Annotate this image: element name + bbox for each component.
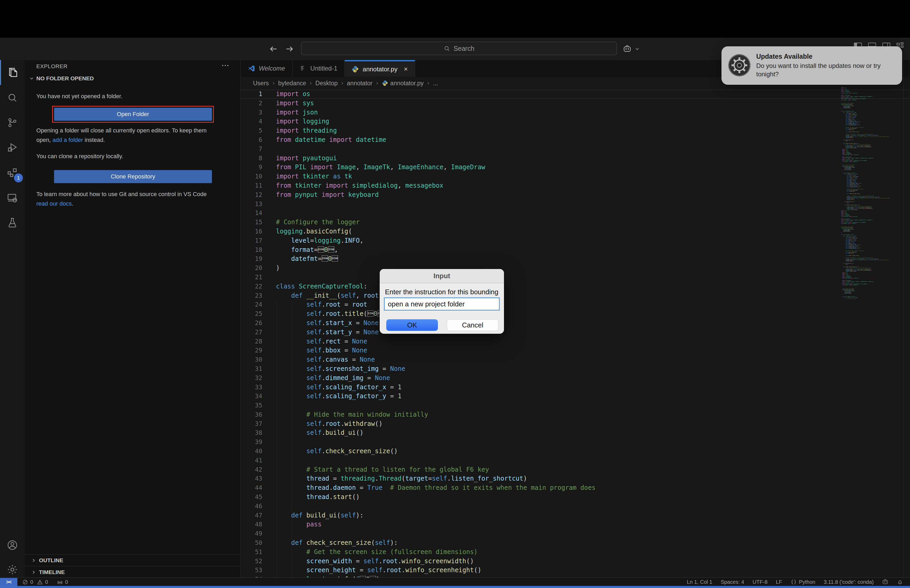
back-arrow-icon[interactable] bbox=[269, 44, 278, 53]
code-line-13[interactable]: 13 bbox=[241, 200, 910, 209]
section-no-folder-opened[interactable]: NO FOLDER OPENED bbox=[29, 75, 94, 82]
forward-arrow-icon[interactable] bbox=[285, 44, 294, 53]
code-line-24[interactable]: 24 self.root = root bbox=[241, 300, 910, 309]
code-line-9[interactable]: 9from PIL import Image, ImageTk, ImageEn… bbox=[241, 163, 910, 172]
code-line-20[interactable]: 20) bbox=[241, 263, 910, 273]
code-line-51[interactable]: 51 # Get the screen size (fullscreen dim… bbox=[241, 548, 910, 557]
activity-run-debug[interactable] bbox=[0, 135, 25, 160]
code-line-15[interactable]: 15# Configure the logger bbox=[241, 218, 910, 227]
views-more-actions-icon[interactable]: ⋯ bbox=[221, 61, 230, 70]
code-line-28[interactable]: 28 self.rect = None bbox=[241, 337, 910, 346]
code-line-19[interactable]: 19 datefmt=0 bbox=[241, 254, 910, 263]
forwarded-ports-status[interactable]: 0 bbox=[57, 579, 68, 585]
code-line-44[interactable]: 44 thread.daemon = True # Daemon thread … bbox=[241, 483, 910, 493]
code-line-26[interactable]: 26 self.start_x = None bbox=[241, 318, 910, 328]
code-line-41[interactable]: 41 bbox=[241, 456, 910, 465]
outline-section-header[interactable]: OUTLINE bbox=[25, 554, 241, 566]
code-line-30[interactable]: 30 self.canvas = None bbox=[241, 355, 910, 364]
code-line-23[interactable]: 23 def __init__(self, root bbox=[241, 291, 910, 300]
status-encoding[interactable]: UTF-8 bbox=[753, 579, 768, 585]
ok-button[interactable]: OK bbox=[386, 319, 438, 331]
code-line-34[interactable]: 34 self.scaling_factor_y = 1 bbox=[241, 392, 910, 401]
command-center-search[interactable]: Search bbox=[301, 42, 617, 55]
tab-annotator-py[interactable]: annotator.py× bbox=[345, 60, 415, 77]
code-line-53[interactable]: 53 screen_height = self.root.winfo_scree… bbox=[241, 565, 910, 575]
tab-welcome[interactable]: Welcome bbox=[241, 60, 293, 77]
code-line-31[interactable]: 31 self.screenshot_img = None bbox=[241, 364, 910, 373]
activity-extensions[interactable]: 1 bbox=[0, 160, 25, 185]
open-folder-button[interactable]: Open Folder bbox=[54, 108, 212, 121]
code-line-3[interactable]: 3import json bbox=[241, 108, 910, 117]
code-line-2[interactable]: 2import sys bbox=[241, 99, 910, 108]
code-line-16[interactable]: 16logging.basicConfig( bbox=[241, 227, 910, 236]
code-line-21[interactable]: 21 bbox=[241, 273, 910, 282]
status-language-mode[interactable]: Python bbox=[790, 579, 815, 585]
breadcrumb-item[interactable]: annotator bbox=[347, 80, 373, 87]
code-line-12[interactable]: 12from pynput import keyboard bbox=[241, 190, 910, 200]
status-python-interpreter[interactable]: 3.11.8 ('code': conda) bbox=[824, 579, 874, 585]
code-line-18[interactable]: 18 format=0, bbox=[241, 245, 910, 255]
breadcrumb-item[interactable]: bytedance bbox=[278, 80, 306, 87]
close-tab-icon[interactable]: × bbox=[404, 65, 407, 73]
copilot-menu[interactable] bbox=[623, 38, 640, 60]
activity-remote-explorer[interactable] bbox=[0, 185, 25, 210]
remote-indicator[interactable]: >< bbox=[0, 578, 18, 586]
code-line-49[interactable]: 49 bbox=[241, 529, 910, 538]
read-our-docs-link[interactable]: read our docs bbox=[36, 200, 72, 207]
code-line-45[interactable]: 45 thread.start() bbox=[241, 493, 910, 502]
code-line-25[interactable]: 25 self.root.title(0 bbox=[241, 309, 910, 318]
instruction-input[interactable] bbox=[384, 297, 500, 310]
code-line-5[interactable]: 5import threading bbox=[241, 126, 910, 135]
code-line-33[interactable]: 33 self.scaling_factor_x = 1 bbox=[241, 383, 910, 392]
code-line-32[interactable]: 32 self.dimmed_img = None bbox=[241, 373, 910, 383]
activity-source-control[interactable] bbox=[0, 110, 25, 135]
code-line-37[interactable]: 37 self.root.withdraw() bbox=[241, 419, 910, 428]
activity-search[interactable] bbox=[0, 85, 25, 110]
code-line-36[interactable]: 36 # Hide the main window initially bbox=[241, 410, 910, 419]
status-indentation[interactable]: Spaces: 4 bbox=[721, 579, 744, 585]
status-copilot-status[interactable] bbox=[882, 579, 888, 585]
breadcrumb-item[interactable]: ... bbox=[433, 80, 438, 87]
timeline-section-header[interactable]: TIMELINE bbox=[25, 566, 241, 578]
status-notifications-bell[interactable] bbox=[897, 579, 903, 585]
breadcrumb-item[interactable]: Users bbox=[253, 80, 269, 87]
code-line-50[interactable]: 50 def check_screen_size(self): bbox=[241, 538, 910, 548]
code-line-48[interactable]: 48 pass bbox=[241, 520, 910, 529]
problems-status[interactable]: 00 bbox=[22, 579, 48, 585]
code-line-47[interactable]: 47 def build_ui(self): bbox=[241, 511, 910, 520]
cancel-button[interactable]: Cancel bbox=[447, 319, 498, 331]
code-line-43[interactable]: 43 thread = threading.Thread(target=self… bbox=[241, 474, 910, 483]
code-line-10[interactable]: 10import tkinter as tk bbox=[241, 172, 910, 181]
code-line-6[interactable]: 6from datetime import datetime bbox=[241, 135, 910, 144]
code-line-8[interactable]: 8import pyautogui bbox=[241, 154, 910, 163]
code-line-17[interactable]: 17 level=logging.INFO, bbox=[241, 236, 910, 245]
code-line-39[interactable]: 39 bbox=[241, 438, 910, 447]
code-line-40[interactable]: 40 self.check_screen_size() bbox=[241, 447, 910, 456]
status-cursor-position[interactable]: Ln 1, Col 1 bbox=[687, 579, 712, 585]
code-line-52[interactable]: 52 screen_width = self.root.winfo_screen… bbox=[241, 557, 910, 566]
code-line-22[interactable]: 22class ScreenCaptureTool: bbox=[241, 282, 910, 291]
status-eol[interactable]: LF bbox=[776, 579, 782, 585]
code-line-11[interactable]: 11from tkinter import simpledialog, mess… bbox=[241, 181, 910, 190]
code-line-14[interactable]: 14 bbox=[241, 208, 910, 218]
code-line-1[interactable]: 1import os bbox=[241, 89, 910, 99]
code-line-46[interactable]: 46 bbox=[241, 502, 910, 511]
updates-notification[interactable]: Updates Available Do you want to install… bbox=[721, 46, 902, 85]
breadcrumb-item[interactable]: Desktop bbox=[315, 80, 338, 87]
clone-repository-button[interactable]: Clone Repository bbox=[54, 170, 212, 183]
code-line-4[interactable]: 4import logging bbox=[241, 117, 910, 126]
minimap[interactable]: import osimport sysimport jsonimport log… bbox=[840, 87, 904, 299]
code-line-38[interactable]: 38 self.build_ui() bbox=[241, 428, 910, 438]
code-line-27[interactable]: 27 self.start_y = None bbox=[241, 328, 910, 337]
add-a-folder-link[interactable]: add a folder bbox=[52, 137, 83, 143]
code-editor[interactable]: 1import os2import sys3import json4import… bbox=[241, 89, 910, 578]
activity-explorer[interactable] bbox=[0, 60, 26, 85]
code-line-42[interactable]: 42 # Start a thread to listen for the gl… bbox=[241, 465, 910, 474]
breadcrumb-item[interactable]: annotator.py bbox=[382, 80, 423, 87]
code-line-35[interactable]: 35 bbox=[241, 401, 910, 410]
activity-testing[interactable] bbox=[0, 210, 25, 235]
activity-account[interactable] bbox=[0, 533, 25, 557]
code-line-7[interactable]: 7 bbox=[241, 144, 910, 154]
code-line-29[interactable]: 29 self.bbox = None bbox=[241, 346, 910, 355]
tab-untitled-1[interactable]: Untitled-1 bbox=[293, 60, 345, 77]
